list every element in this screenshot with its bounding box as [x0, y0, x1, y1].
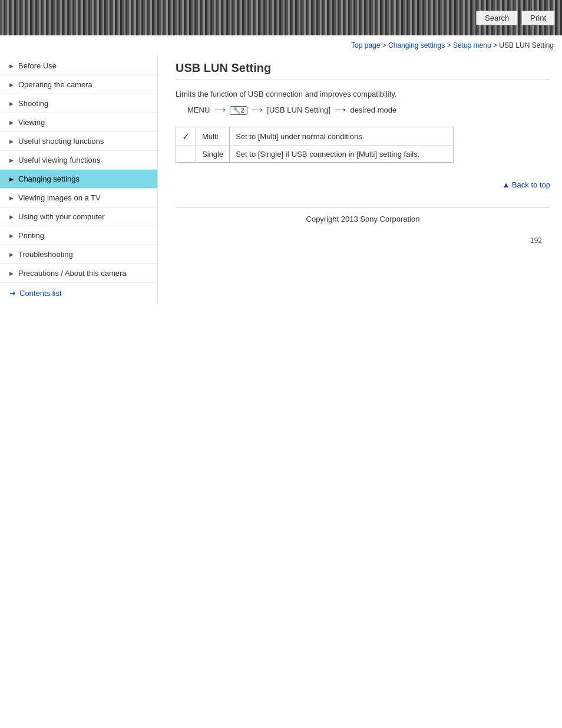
arrow-icon: ▶ — [9, 139, 14, 144]
multi-label: Multi — [196, 127, 230, 146]
empty-check-cell — [176, 146, 196, 163]
arrow-icon: ▶ — [9, 271, 14, 276]
sidebar-label: Useful viewing functions — [18, 156, 100, 164]
menu-path: MENU ⟶ 🔧2 ⟶ [USB LUN Setting] ⟶ desired … — [187, 106, 550, 115]
contents-list-link[interactable]: ➔ Contents list — [0, 283, 157, 304]
header: Search Print — [0, 0, 562, 35]
content-layout: ▶ Before Use ▶ Operating the camera ▶ Sh… — [0, 54, 562, 304]
contents-list-label: Contents list — [19, 289, 62, 298]
page-description: Limits the function of USB connection an… — [176, 90, 550, 98]
sidebar-item-precautions[interactable]: ▶ Precautions / About this camera — [0, 264, 157, 283]
arrow-icon: ▶ — [9, 214, 14, 220]
arrow-icon: ▶ — [9, 252, 14, 258]
sidebar-item-useful-viewing[interactable]: ▶ Useful viewing functions — [0, 151, 157, 170]
sidebar-item-printing[interactable]: ▶ Printing — [0, 226, 157, 245]
main-content: USB LUN Setting Limits the function of U… — [158, 54, 562, 262]
sidebar-item-shooting[interactable]: ▶ Shooting — [0, 94, 157, 113]
sidebar-label: Precautions / About this camera — [18, 269, 127, 278]
breadcrumb-changing-settings[interactable]: Changing settings — [388, 41, 445, 50]
breadcrumb-current: USB LUN Setting — [499, 41, 554, 50]
table-row: Single Set to [Single] if USB connection… — [176, 146, 454, 163]
sidebar-item-using-computer[interactable]: ▶ Using with your computer — [0, 207, 157, 226]
arrow-icon: ▶ — [9, 101, 14, 107]
sidebar-item-troubleshooting[interactable]: ▶ Troubleshooting — [0, 245, 157, 264]
single-description: Set to [Single] if USB connection in [Mu… — [230, 146, 454, 163]
arrow-icon: ▶ — [9, 195, 14, 201]
arrow-icon: ▶ — [9, 176, 14, 182]
sidebar-label: Useful shooting functions — [18, 137, 104, 146]
breadcrumb: Top page > Changing settings > Setup men… — [0, 35, 562, 54]
settings-table: ✓ Multi Set to [Multi] under normal cond… — [176, 127, 454, 163]
single-label: Single — [196, 146, 230, 163]
arrow-icon: ▶ — [9, 82, 14, 88]
table-row: ✓ Multi Set to [Multi] under normal cond… — [176, 127, 454, 146]
arrow-icon: ▶ — [9, 233, 14, 239]
back-to-top[interactable]: ▲ Back to top — [176, 174, 550, 195]
sidebar-label: Before Use — [18, 61, 57, 70]
multi-description: Set to [Multi] under normal conditions. — [230, 127, 454, 146]
print-button[interactable]: Print — [521, 11, 555, 25]
sidebar: ▶ Before Use ▶ Operating the camera ▶ Sh… — [0, 54, 158, 304]
sidebar-label: Viewing images on a TV — [18, 193, 101, 202]
sidebar-label: Troubleshooting — [18, 250, 73, 259]
sidebar-label: Changing settings — [18, 174, 80, 183]
sidebar-label: Operating the camera — [18, 80, 92, 89]
sidebar-item-changing-settings[interactable]: ▶ Changing settings — [0, 170, 157, 189]
sidebar-label: Viewing — [18, 118, 45, 127]
footer-copyright: Copyright 2013 Sony Corporation — [176, 207, 550, 230]
breadcrumb-setup-menu[interactable]: Setup menu — [453, 41, 491, 50]
arrow-icon: ▶ — [9, 120, 14, 126]
sidebar-item-viewing[interactable]: ▶ Viewing — [0, 113, 157, 132]
arrow-right-icon: ➔ — [9, 289, 16, 298]
arrow-icon: ▶ — [9, 63, 14, 69]
check-icon-cell: ✓ — [176, 127, 196, 146]
page-number: 192 — [176, 230, 550, 251]
search-button[interactable]: Search — [476, 11, 518, 25]
sidebar-item-before-use[interactable]: ▶ Before Use — [0, 57, 157, 75]
back-to-top-link[interactable]: ▲ Back to top — [502, 180, 550, 189]
sidebar-item-useful-shooting[interactable]: ▶ Useful shooting functions — [0, 132, 157, 151]
arrow-icon: ▶ — [9, 157, 14, 163]
sidebar-label: Shooting — [18, 99, 48, 108]
sidebar-label: Printing — [18, 231, 44, 240]
sidebar-item-operating-camera[interactable]: ▶ Operating the camera — [0, 75, 157, 94]
sidebar-label: Using with your computer — [18, 212, 105, 221]
page-title: USB LUN Setting — [176, 54, 550, 80]
sidebar-item-viewing-tv[interactable]: ▶ Viewing images on a TV — [0, 189, 157, 207]
breadcrumb-top-page[interactable]: Top page — [351, 41, 380, 50]
